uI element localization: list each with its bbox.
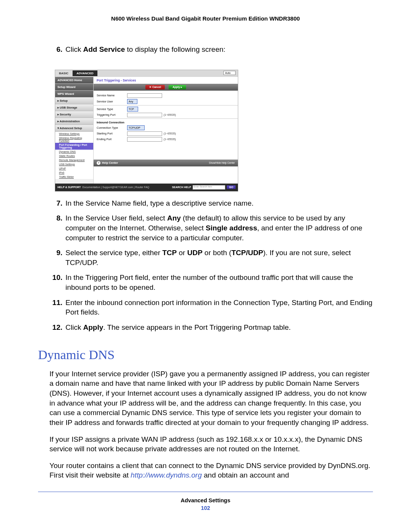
- sub-dynamic-dns[interactable]: Dynamic DNS: [55, 150, 93, 154]
- sub-usb-settings[interactable]: USB Settings: [55, 162, 93, 166]
- go-button[interactable]: GO: [227, 185, 236, 189]
- panel-title: Port Triggering - Services: [94, 77, 238, 84]
- step-pre: Click: [65, 45, 83, 53]
- select-service-user[interactable]: Any: [127, 99, 137, 104]
- sub-upnp[interactable]: UPnP: [55, 166, 93, 171]
- footer-rule: [38, 492, 373, 492]
- step-item: 10.In the Triggering Port field, enter t…: [49, 273, 373, 292]
- search-help-label: SEARCH HELP: [172, 186, 191, 189]
- sidebar-administration[interactable]: ▸ Administration: [55, 118, 93, 125]
- step-number: 10.: [49, 273, 65, 292]
- footer-left: HELP & SUPPORT Documentation | Support@N…: [57, 186, 172, 189]
- label-service-type: Service Type: [97, 107, 127, 111]
- panel-button-row: ✕ Cancel Apply ▸: [94, 84, 238, 91]
- router-main-panel: Port Triggering - Services ✕ Cancel Appl…: [94, 77, 238, 184]
- auto-dropdown[interactable]: Auto: [223, 71, 236, 75]
- paragraph-3: Your router contains a client that can c…: [49, 461, 373, 480]
- input-service-name[interactable]: [127, 93, 162, 98]
- step-bold: Add Service: [83, 45, 125, 53]
- step-number: 11.: [49, 298, 65, 317]
- input-triggering-port[interactable]: [127, 113, 162, 117]
- row-connection-type: Connection Type TCP/UDP: [97, 125, 235, 130]
- row-starting-port: Starting Port (1~65535): [97, 131, 235, 136]
- input-starting-port[interactable]: [127, 131, 162, 136]
- footer-section-label: Advanced Settings: [38, 497, 373, 503]
- step-text: Click Add Service to display the followi…: [65, 45, 373, 54]
- paragraph-2: If your ISP assigns a private WAN IP add…: [49, 435, 373, 454]
- router-sidebar: ADVANCED Home Setup Wizard WPS Wizard ▸ …: [55, 77, 94, 184]
- step-item: 8.In the Service User field, select Any …: [49, 213, 373, 243]
- help-support-label: HELP & SUPPORT: [57, 186, 81, 189]
- help-center-toggle[interactable]: Show/Hide Help Center: [209, 161, 235, 164]
- sub-static-routes[interactable]: Static Routes: [55, 154, 93, 158]
- step-item: 11.Enter the inbound connection port inf…: [49, 298, 373, 317]
- label-ending-port: Ending Port: [97, 137, 127, 141]
- sidebar-setup-wizard[interactable]: Setup Wizard: [55, 84, 93, 91]
- help-icon: ?: [97, 161, 100, 165]
- router-tab-bar: BASIC ADVANCED Auto: [55, 70, 238, 77]
- step-number: 8.: [49, 213, 65, 243]
- label-inbound-connection: Inbound Connection: [97, 121, 235, 124]
- step-6: 6. Click Add Service to display the foll…: [49, 45, 373, 54]
- router-footer: HELP & SUPPORT Documentation | Support@N…: [55, 184, 238, 191]
- step-number: 12.: [49, 323, 65, 332]
- step-text: Enter the inbound connection port inform…: [65, 298, 373, 317]
- search-help-input[interactable]: Enter Search Item: [193, 185, 225, 190]
- help-center-label: Help Center: [102, 161, 118, 165]
- para3-post: and obtain an account and: [202, 471, 289, 479]
- row-triggering-port: Triggering Port (1~65535): [97, 113, 235, 117]
- step-number: 6.: [49, 45, 65, 54]
- cancel-button[interactable]: ✕ Cancel: [145, 85, 165, 89]
- dyndns-link[interactable]: http://www.dyndns.org: [131, 471, 202, 479]
- sub-port-forwarding[interactable]: Port Forwarding / Port Triggering: [55, 143, 93, 150]
- step-text: In the Triggering Port field, enter the …: [65, 273, 373, 292]
- label-service-user: Service User: [97, 100, 127, 103]
- page-number: 102: [38, 505, 373, 511]
- document-header: N600 Wireless Dual Band Gigabit Router P…: [38, 15, 373, 22]
- sidebar-wps-wizard[interactable]: WPS Wizard: [55, 91, 93, 97]
- row-service-user: Service User Any: [97, 99, 235, 104]
- row-ending-port: Ending Port (1~65535): [97, 137, 235, 142]
- label-starting-port: Starting Port: [97, 132, 127, 135]
- step-item: 12.Click Apply. The service appears in t…: [49, 323, 373, 332]
- row-service-name: Service Name: [97, 93, 235, 98]
- step-number: 9.: [49, 248, 65, 267]
- apply-button[interactable]: Apply ▸: [169, 85, 186, 89]
- footer-links[interactable]: Documentation | Support@NETGEAR.com | Ro…: [82, 186, 149, 189]
- ordered-steps-top: 6. Click Add Service to display the foll…: [49, 45, 373, 54]
- step-post: to display the following screen:: [125, 45, 225, 53]
- apply-label: Apply: [172, 86, 180, 88]
- sub-wireless-settings[interactable]: Wireless Settings: [55, 132, 93, 136]
- sidebar-advanced-home[interactable]: ADVANCED Home: [55, 77, 93, 84]
- step-text: Select the service type, either TCP or U…: [65, 248, 373, 267]
- step-number: 7.: [49, 198, 65, 208]
- tab-advanced[interactable]: ADVANCED: [73, 70, 97, 76]
- tab-basic[interactable]: BASIC: [55, 70, 73, 76]
- select-connection-type[interactable]: TCP/UDP: [127, 125, 145, 130]
- row-service-type: Service Type TCP: [97, 107, 235, 112]
- sub-traffic-meter[interactable]: Traffic Meter: [55, 175, 93, 179]
- step-item: 7.In the Service Name field, type a desc…: [49, 198, 373, 208]
- range-ending-port: (1~65535): [164, 138, 176, 141]
- step-text: In the Service Name field, type a descri…: [65, 198, 373, 208]
- embedded-screenshot: BASIC ADVANCED Auto ADVANCED Home Setup …: [55, 70, 373, 192]
- sidebar-security[interactable]: ▸ Security: [55, 111, 93, 118]
- heading-dynamic-dns: Dynamic DNS: [38, 348, 373, 362]
- input-ending-port[interactable]: [127, 137, 162, 142]
- form-area: Service Name Service User Any Service Ty…: [94, 91, 238, 144]
- sub-wireless-repeating[interactable]: Wireless Repeating Function: [55, 136, 93, 143]
- sidebar-advanced-setup[interactable]: ▾ Advanced Setup: [55, 125, 93, 132]
- sidebar-setup[interactable]: ▸ Setup: [55, 97, 93, 104]
- sub-remote-management[interactable]: Remote Management: [55, 158, 93, 162]
- sub-ipv6[interactable]: IPv6: [55, 171, 93, 175]
- select-service-type[interactable]: TCP: [127, 107, 138, 112]
- step-item: 9.Select the service type, either TCP or…: [49, 248, 373, 267]
- cancel-label: Cancel: [152, 86, 161, 88]
- sidebar-usb-storage[interactable]: ▸ USB Storage: [55, 104, 93, 111]
- label-triggering-port: Triggering Port: [97, 113, 127, 117]
- paragraph-1: If your Internet service provider (ISP) …: [49, 369, 373, 428]
- step-text: In the Service User field, select Any (t…: [65, 213, 373, 243]
- range-starting-port: (1~65535): [164, 132, 176, 135]
- help-center-bar[interactable]: ?Help Center Show/Hide Help Center: [94, 160, 238, 166]
- label-connection-type: Connection Type: [97, 126, 127, 129]
